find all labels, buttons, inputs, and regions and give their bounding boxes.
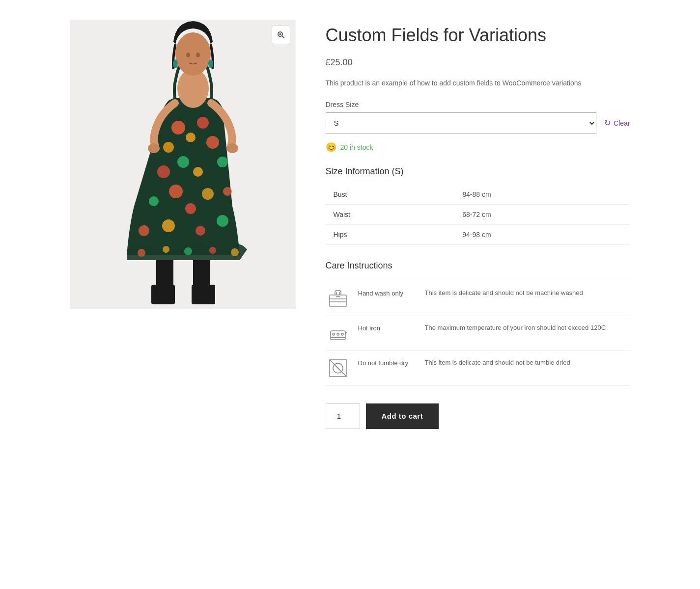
svg-point-42 [333, 333, 335, 335]
svg-point-30 [173, 59, 178, 68]
care-label: Do not tumble dry [358, 358, 417, 368]
svg-point-13 [217, 157, 228, 167]
care-instructions: Hand wash onlyThis item is delicate and … [326, 281, 630, 386]
clear-button[interactable]: ↻ Clear [604, 118, 630, 128]
care-item: Do not tumble dryThis item is delicate a… [326, 350, 630, 386]
product-description: This product is an example of how to add… [326, 78, 630, 88]
page-container: Custom Fields for Variations £25.00 This… [56, 0, 645, 449]
care-label: Hand wash only [358, 288, 417, 298]
care-description: The maximum temperature of your iron sho… [425, 323, 630, 333]
svg-point-34 [148, 143, 160, 153]
svg-point-11 [193, 167, 203, 177]
svg-point-26 [209, 247, 216, 254]
product-image-svg [70, 20, 296, 309]
svg-point-16 [185, 203, 196, 214]
svg-rect-4 [192, 285, 215, 304]
zoom-button[interactable] [272, 26, 290, 44]
svg-point-44 [341, 333, 343, 335]
svg-point-20 [196, 226, 205, 236]
hand-wash-icon [326, 288, 350, 309]
table-row: Bust84-88 cm [326, 185, 630, 205]
svg-rect-3 [151, 285, 175, 304]
svg-point-27 [231, 248, 239, 256]
add-to-cart-row: Add to cart [326, 403, 630, 429]
table-row: Hips94-98 cm [326, 224, 630, 244]
svg-point-35 [226, 143, 238, 153]
measurement-label: Waist [326, 204, 455, 224]
svg-point-6 [186, 133, 196, 142]
svg-point-32 [186, 53, 190, 57]
add-to-cart-button[interactable]: Add to cart [366, 403, 439, 429]
svg-point-15 [202, 188, 214, 200]
product-title: Custom Fields for Variations [326, 25, 630, 46]
care-label: Hot iron [358, 323, 417, 333]
measurement-value: 84-88 cm [454, 185, 630, 205]
svg-point-24 [163, 246, 169, 253]
measurement-label: Hips [326, 224, 455, 244]
size-table: Bust84-88 cmWaist68-72 cmHips94-98 cm [326, 185, 630, 245]
care-item: Hand wash onlyThis item is delicate and … [326, 281, 630, 316]
svg-point-17 [149, 196, 159, 206]
svg-point-23 [138, 249, 145, 257]
svg-point-10 [177, 156, 189, 168]
zoom-icon [277, 31, 285, 39]
quantity-input[interactable] [326, 403, 360, 429]
stock-icon: 😊 [326, 142, 336, 153]
svg-point-12 [157, 165, 170, 178]
variation-label: Dress Size [326, 101, 630, 108]
svg-point-8 [163, 142, 174, 153]
size-select[interactable]: S M L XL [326, 112, 597, 134]
svg-point-18 [223, 187, 232, 196]
svg-line-37 [282, 36, 284, 38]
product-details-section: Custom Fields for Variations £25.00 This… [326, 20, 630, 429]
svg-point-19 [162, 219, 175, 232]
svg-point-7 [197, 117, 209, 129]
svg-point-5 [171, 121, 185, 134]
stock-info: 😊 20 in stock [326, 142, 630, 153]
measurement-label: Bust [326, 185, 455, 205]
care-heading: Care Instructions [326, 261, 630, 271]
svg-point-9 [206, 136, 219, 149]
care-description: This item is delicate and should not be … [425, 288, 630, 298]
measurement-value: 94-98 cm [454, 224, 630, 244]
no-tumble-icon [326, 358, 350, 378]
stock-text: 20 in stock [340, 143, 373, 151]
measurement-value: 68-72 cm [454, 204, 630, 224]
product-price: £25.00 [326, 57, 630, 68]
svg-point-25 [184, 247, 192, 255]
product-image-wrapper [70, 20, 296, 309]
care-description: This item is delicate and should not be … [425, 358, 630, 368]
care-item: Hot ironThe maximum temperature of your … [326, 316, 630, 350]
svg-point-22 [139, 225, 149, 236]
svg-point-43 [337, 333, 339, 335]
table-row: Waist68-72 cm [326, 204, 630, 224]
reset-icon: ↻ [604, 118, 611, 128]
svg-point-14 [169, 185, 183, 198]
svg-point-21 [217, 215, 228, 227]
svg-point-31 [208, 59, 213, 68]
product-image-section [70, 20, 296, 309]
hot-iron-icon [326, 323, 350, 344]
variation-row: S M L XL ↻ Clear [326, 112, 630, 134]
svg-point-29 [175, 32, 211, 76]
clear-label: Clear [614, 119, 630, 127]
size-info-heading: Size Information (S) [326, 166, 630, 177]
svg-point-33 [196, 53, 200, 57]
